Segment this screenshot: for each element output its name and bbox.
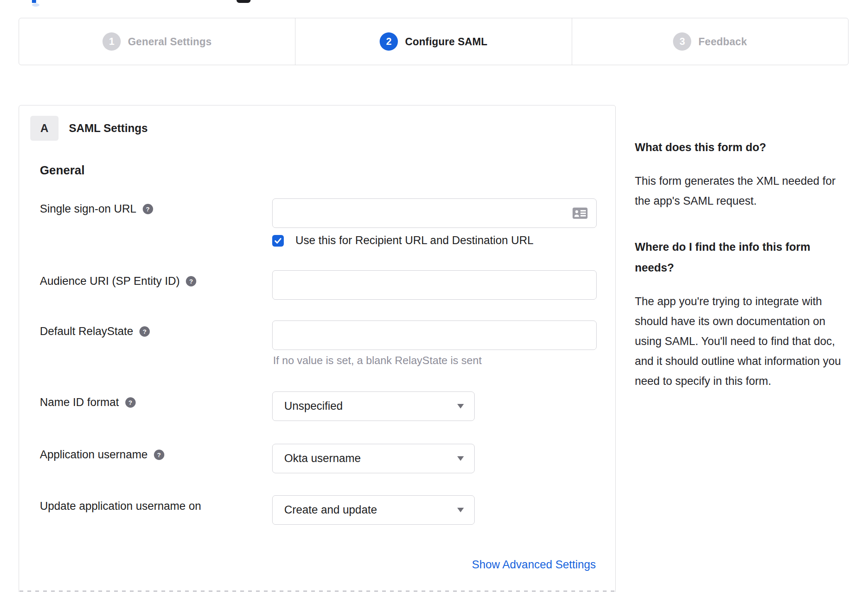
step-label: Feedback: [698, 36, 747, 48]
sso-url-input[interactable]: [272, 198, 597, 228]
wizard-stepper: 1 General Settings 2 Configure SAML 3 Fe…: [19, 18, 848, 65]
saml-settings-panel: A SAML Settings General Single sign-on U…: [19, 105, 616, 592]
audience-uri-label: Audience URI (SP Entity ID) ?: [40, 275, 196, 288]
sso-url-label: Single sign-on URL ?: [40, 203, 153, 215]
step-label: Configure SAML: [405, 36, 488, 48]
step-feedback[interactable]: 3 Feedback: [572, 18, 848, 65]
name-id-format-value: Unspecified: [273, 400, 343, 413]
cutoff-blue-logo-shadow: [32, 3, 39, 7]
audience-uri-label-text: Audience URI (SP Entity ID): [40, 275, 180, 288]
application-username-label: Application username ?: [40, 448, 164, 461]
relay-state-input[interactable]: [272, 320, 597, 350]
name-id-format-label: Name ID format ?: [40, 396, 136, 409]
help-paragraph-what: This form generates the XML needed for t…: [635, 171, 850, 211]
dashed-section-divider: [20, 590, 615, 592]
help-icon[interactable]: ?: [143, 204, 153, 214]
step-configure-saml[interactable]: 2 Configure SAML: [295, 18, 571, 65]
step-general-settings[interactable]: 1 General Settings: [19, 18, 295, 65]
section-title: SAML Settings: [69, 122, 148, 135]
cutoff-title-fragment: [237, 0, 251, 3]
caret-down-icon: [457, 508, 464, 512]
update-username-value: Create and update: [273, 504, 377, 516]
step-number-badge: 3: [673, 32, 691, 51]
update-username-label: Update application username on: [40, 500, 201, 513]
help-icon[interactable]: ?: [125, 397, 136, 408]
step-number-badge: 2: [380, 32, 398, 51]
help-heading-where: Where do I find the info this form needs…: [635, 237, 850, 278]
audience-uri-input[interactable]: [272, 270, 597, 300]
relay-state-label: Default RelayState ?: [40, 325, 150, 338]
show-advanced-settings-link[interactable]: Show Advanced Settings: [472, 558, 596, 571]
recipient-url-checkbox-label: Use this for Recipient URL and Destinati…: [295, 234, 534, 247]
general-subsection-title: General: [40, 164, 85, 177]
help-icon[interactable]: ?: [139, 326, 150, 337]
panel-header: A SAML Settings: [30, 116, 148, 141]
caret-down-icon: [457, 456, 464, 461]
caret-down-icon: [457, 404, 464, 409]
sso-url-input-wrap: [272, 198, 597, 228]
help-icon[interactable]: ?: [154, 450, 164, 460]
help-sidebar: What does this form do? This form genera…: [635, 137, 850, 391]
update-username-select[interactable]: Create and update: [272, 495, 475, 525]
help-paragraph-where: The app you're trying to integrate with …: [635, 291, 850, 391]
application-username-select[interactable]: Okta username: [272, 444, 475, 473]
help-icon[interactable]: ?: [186, 276, 196, 286]
step-number-badge: 1: [102, 32, 121, 51]
relay-state-label-text: Default RelayState: [40, 325, 133, 338]
step-label: General Settings: [128, 36, 212, 48]
section-a-badge: A: [30, 116, 59, 141]
name-id-format-label-text: Name ID format: [40, 396, 119, 409]
recipient-url-checkbox[interactable]: [272, 235, 284, 247]
name-id-format-select[interactable]: Unspecified: [272, 391, 475, 421]
application-username-label-text: Application username: [40, 448, 148, 461]
sso-url-label-text: Single sign-on URL: [40, 203, 137, 215]
cutoff-blue-logo-fragment: [32, 0, 36, 3]
relay-state-helper-text: If no value is set, a blank RelayState i…: [273, 354, 482, 367]
checkmark-icon: [274, 237, 282, 245]
help-heading-what: What does this form do?: [635, 137, 850, 158]
update-username-label-text: Update application username on: [40, 500, 201, 513]
application-username-value: Okta username: [273, 452, 361, 465]
recipient-url-checkbox-row: Use this for Recipient URL and Destinati…: [272, 234, 534, 247]
